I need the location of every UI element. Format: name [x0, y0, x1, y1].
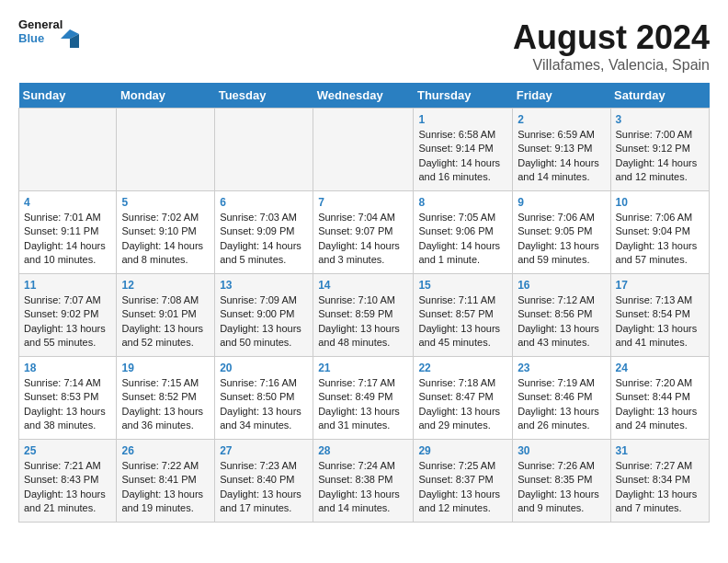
daylight-text: Daylight: 13 hours and 9 minutes. — [518, 488, 599, 513]
sunrise-text: Sunrise: 7:15 AM — [121, 377, 199, 388]
sunset-text: Sunset: 9:13 PM — [518, 143, 592, 154]
sunset-text: Sunset: 9:10 PM — [121, 225, 196, 236]
daylight-text: Daylight: 13 hours and 52 minutes. — [121, 323, 203, 348]
day-number: 22 — [418, 361, 507, 376]
sunset-text: Sunset: 8:56 PM — [518, 308, 592, 319]
table-row: 6Sunrise: 7:03 AMSunset: 9:09 PMDaylight… — [215, 191, 313, 274]
sunset-text: Sunset: 8:35 PM — [518, 474, 592, 485]
daylight-text: Daylight: 13 hours and 41 minutes. — [616, 323, 698, 348]
logo-bird-icon — [61, 29, 79, 48]
day-number: 15 — [418, 278, 507, 293]
sunrise-text: Sunrise: 7:08 AM — [121, 294, 199, 305]
daylight-text: Daylight: 13 hours and 38 minutes. — [24, 406, 106, 431]
day-number: 27 — [220, 443, 308, 459]
sunset-text: Sunset: 8:53 PM — [24, 391, 98, 402]
daylight-text: Daylight: 13 hours and 21 minutes. — [24, 488, 106, 513]
daylight-text: Daylight: 13 hours and 19 minutes. — [121, 488, 203, 513]
sunrise-text: Sunrise: 7:07 AM — [24, 294, 101, 305]
day-number: 26 — [121, 443, 210, 459]
daylight-text: Daylight: 13 hours and 29 minutes. — [418, 406, 500, 431]
sunset-text: Sunset: 8:59 PM — [318, 308, 392, 319]
day-number: 17 — [616, 278, 704, 293]
sunrise-text: Sunrise: 7:01 AM — [24, 212, 101, 223]
day-number: 2 — [518, 112, 605, 128]
sunset-text: Sunset: 8:54 PM — [616, 308, 690, 319]
sunrise-text: Sunrise: 7:00 AM — [616, 129, 693, 140]
table-row: 16Sunrise: 7:12 AMSunset: 8:56 PMDayligh… — [513, 274, 610, 357]
sunset-text: Sunset: 8:40 PM — [220, 474, 294, 485]
day-number: 18 — [24, 361, 111, 376]
day-number: 28 — [318, 443, 408, 459]
sunrise-text: Sunrise: 7:22 AM — [121, 460, 199, 471]
day-number: 23 — [518, 361, 605, 376]
sunset-text: Sunset: 8:49 PM — [318, 391, 392, 402]
table-row: 9Sunrise: 7:06 AMSunset: 9:05 PMDaylight… — [513, 191, 610, 274]
table-row: 18Sunrise: 7:14 AMSunset: 8:53 PMDayligh… — [19, 357, 117, 440]
logo: General Blue — [18, 18, 79, 59]
daylight-text: Daylight: 13 hours and 55 minutes. — [24, 323, 106, 348]
daylight-text: Daylight: 13 hours and 24 minutes. — [616, 406, 698, 431]
table-row — [215, 109, 313, 191]
table-row: 10Sunrise: 7:06 AMSunset: 9:04 PMDayligh… — [610, 191, 709, 274]
table-row: 7Sunrise: 7:04 AMSunset: 9:07 PMDaylight… — [313, 191, 414, 274]
day-number: 5 — [121, 195, 210, 211]
table-row: 31Sunrise: 7:27 AMSunset: 8:34 PMDayligh… — [610, 440, 709, 523]
sunset-text: Sunset: 9:07 PM — [318, 225, 392, 236]
daylight-text: Daylight: 13 hours and 59 minutes. — [518, 240, 599, 265]
day-number: 8 — [418, 195, 507, 211]
calendar-week-row: 4Sunrise: 7:01 AMSunset: 9:11 PMDaylight… — [19, 191, 710, 274]
calendar-week-row: 18Sunrise: 7:14 AMSunset: 8:53 PMDayligh… — [19, 357, 710, 440]
sunrise-text: Sunrise: 6:58 AM — [418, 129, 495, 140]
sunrise-text: Sunrise: 7:12 AM — [518, 294, 595, 305]
table-row: 11Sunrise: 7:07 AMSunset: 9:02 PMDayligh… — [19, 274, 117, 357]
table-row — [117, 109, 215, 191]
sunset-text: Sunset: 8:44 PM — [616, 391, 690, 402]
daylight-text: Daylight: 13 hours and 14 minutes. — [318, 488, 400, 513]
table-row: 23Sunrise: 7:19 AMSunset: 8:46 PMDayligh… — [513, 357, 610, 440]
sunrise-text: Sunrise: 7:11 AM — [418, 294, 495, 305]
sunrise-text: Sunrise: 7:23 AM — [220, 460, 297, 471]
table-row: 30Sunrise: 7:26 AMSunset: 8:35 PMDayligh… — [513, 440, 610, 523]
daylight-text: Daylight: 13 hours and 7 minutes. — [616, 488, 698, 513]
table-row: 21Sunrise: 7:17 AMSunset: 8:49 PMDayligh… — [313, 357, 414, 440]
sunrise-text: Sunrise: 7:16 AM — [220, 377, 297, 388]
day-number: 31 — [616, 443, 704, 459]
daylight-text: Daylight: 14 hours and 1 minute. — [418, 240, 500, 265]
day-number: 25 — [24, 443, 111, 459]
table-row: 17Sunrise: 7:13 AMSunset: 8:54 PMDayligh… — [610, 274, 709, 357]
sunrise-text: Sunrise: 6:59 AM — [518, 129, 595, 140]
daylight-text: Daylight: 13 hours and 17 minutes. — [220, 488, 301, 513]
daylight-text: Daylight: 13 hours and 43 minutes. — [518, 323, 599, 348]
day-number: 16 — [518, 278, 605, 293]
sunrise-text: Sunrise: 7:14 AM — [24, 377, 101, 388]
day-number: 4 — [24, 195, 111, 211]
calendar-week-row: 1Sunrise: 6:58 AMSunset: 9:14 PMDaylight… — [19, 109, 710, 191]
sunset-text: Sunset: 8:37 PM — [418, 474, 493, 485]
page-subtitle: Villafames, Valencia, Spain — [513, 57, 710, 74]
table-row: 24Sunrise: 7:20 AMSunset: 8:44 PMDayligh… — [610, 357, 709, 440]
table-row: 26Sunrise: 7:22 AMSunset: 8:41 PMDayligh… — [117, 440, 215, 523]
sunrise-text: Sunrise: 7:27 AM — [616, 460, 693, 471]
calendar-week-row: 11Sunrise: 7:07 AMSunset: 9:02 PMDayligh… — [19, 274, 710, 357]
table-row: 19Sunrise: 7:15 AMSunset: 8:52 PMDayligh… — [117, 357, 215, 440]
sunset-text: Sunset: 9:00 PM — [220, 308, 294, 319]
header-tuesday: Tuesday — [215, 83, 313, 109]
sunset-text: Sunset: 9:06 PM — [418, 225, 493, 236]
sunrise-text: Sunrise: 7:21 AM — [24, 460, 101, 471]
header-thursday: Thursday — [414, 83, 513, 109]
table-row: 5Sunrise: 7:02 AMSunset: 9:10 PMDaylight… — [117, 191, 215, 274]
sunset-text: Sunset: 8:57 PM — [418, 308, 493, 319]
page-title: August 2024 — [513, 18, 710, 57]
table-row: 27Sunrise: 7:23 AMSunset: 8:40 PMDayligh… — [215, 440, 313, 523]
day-number: 21 — [318, 361, 408, 376]
day-number: 1 — [418, 112, 507, 128]
day-number: 12 — [121, 278, 210, 293]
day-number: 13 — [220, 278, 308, 293]
table-row: 14Sunrise: 7:10 AMSunset: 8:59 PMDayligh… — [313, 274, 414, 357]
sunrise-text: Sunrise: 7:26 AM — [518, 460, 595, 471]
sunrise-text: Sunrise: 7:25 AM — [418, 460, 495, 471]
daylight-text: Daylight: 13 hours and 36 minutes. — [121, 406, 203, 431]
day-number: 19 — [121, 361, 210, 376]
table-row: 29Sunrise: 7:25 AMSunset: 8:37 PMDayligh… — [414, 440, 513, 523]
table-row — [19, 109, 117, 191]
